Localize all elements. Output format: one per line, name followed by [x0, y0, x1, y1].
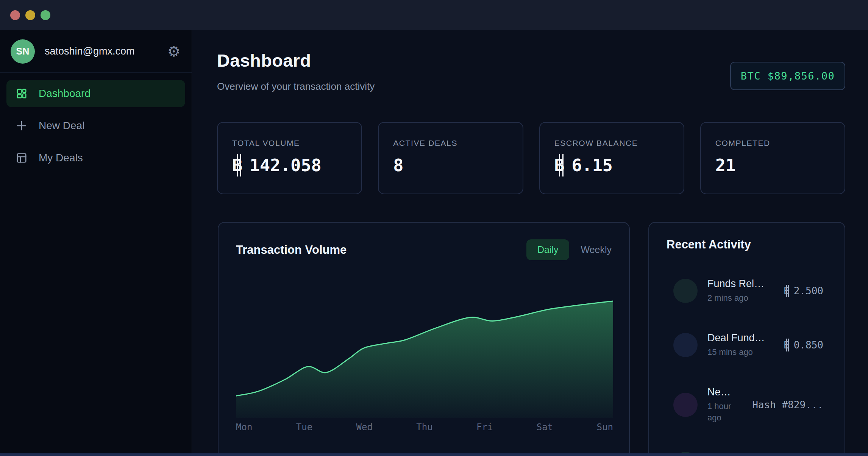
weekly-toggle[interactable]: Weekly — [581, 239, 612, 260]
recent-activity-card: Recent Activity Funds Rel… 2 mins ago B2… — [648, 222, 845, 456]
page-subtitle: Overview of your transaction activity — [217, 81, 375, 92]
activity-avatar — [673, 279, 698, 303]
activity-item-time: 2 mins ago — [707, 292, 774, 304]
x-tick-tue: Tue — [296, 422, 312, 433]
btc-price-text: BTC $89,856.00 — [741, 70, 835, 82]
chart-title: Transaction Volume — [236, 243, 347, 257]
page-title: Dashboard — [217, 50, 311, 71]
x-axis-labels: Mon Tue Wed Thu Fri Sat Sun — [236, 422, 613, 433]
btc-symbol: B — [784, 285, 790, 297]
stat-card-escrow-balance: ESCROW BALANCE B6.15 — [539, 122, 684, 194]
activity-avatar — [673, 333, 698, 357]
btc-symbol: B — [554, 155, 565, 175]
activity-item-title: Ne… — [707, 386, 742, 398]
x-tick-sun: Sun — [597, 422, 613, 433]
stats-row: TOTAL VOLUME B142.058 ACTIVE DEALS 8 ESC… — [217, 122, 845, 194]
layout-panel-icon — [16, 152, 27, 164]
x-tick-sat: Sat — [537, 422, 553, 433]
activity-title: Recent Activity — [667, 238, 751, 251]
x-tick-wed: Wed — [356, 422, 373, 433]
sidebar-nav: Dashboard New Deal My Deals — [0, 73, 192, 184]
activity-avatar — [673, 393, 698, 417]
sidebar: SN satoshin@gmx.com ⚙ Dashboard New Deal — [0, 30, 192, 456]
btc-price-badge: BTC $89,856.00 — [730, 62, 845, 90]
x-tick-fri: Fri — [476, 422, 493, 433]
stat-value: 8 — [393, 155, 508, 175]
btc-symbol: B — [232, 155, 242, 175]
stat-value: B6.15 — [554, 155, 669, 175]
sidebar-item-new-deal[interactable]: New Deal — [6, 112, 185, 139]
gear-icon[interactable]: ⚙ — [167, 44, 180, 59]
sidebar-item-label: Dashboard — [39, 87, 91, 100]
main-content: Dashboard Overview of your transaction a… — [192, 30, 868, 456]
maximize-button[interactable] — [41, 10, 50, 20]
activity-item[interactable]: Funds Rel… 2 mins ago B2.500 — [673, 278, 823, 304]
bottom-edge — [0, 453, 868, 456]
plus-icon — [16, 120, 27, 131]
activity-item[interactable]: Ne… 1 hour ago Hash #829... — [673, 386, 823, 424]
stat-label: ACTIVE DEALS — [393, 139, 508, 148]
avatar-initials: SN — [16, 46, 30, 57]
activity-item-time: 1 hour ago — [707, 401, 742, 424]
close-button[interactable] — [10, 10, 20, 20]
app-window: SN satoshin@gmx.com ⚙ Dashboard New Deal — [0, 0, 868, 456]
daily-toggle[interactable]: Daily — [526, 239, 570, 260]
activity-item-time: 15 mins ago — [707, 347, 774, 358]
profile-email: satoshin@gmx.com — [45, 45, 135, 57]
stat-value: 21 — [715, 155, 830, 175]
activity-item-amount: B0.850 — [784, 339, 823, 351]
stat-card-total-volume: TOTAL VOLUME B142.058 — [217, 122, 362, 194]
window-titlebar — [0, 0, 868, 30]
stat-label: ESCROW BALANCE — [554, 139, 669, 148]
activity-item-amount: B2.500 — [784, 285, 823, 297]
stat-card-active-deals: ACTIVE DEALS 8 — [378, 122, 523, 194]
avatar: SN — [11, 39, 35, 64]
dashboard-grid-icon — [16, 88, 27, 99]
stat-label: TOTAL VOLUME — [232, 139, 347, 148]
activity-item-title: Funds Rel… — [707, 278, 774, 290]
activity-item-title: Deal Fund… — [707, 332, 774, 344]
activity-item[interactable]: Deal Fund… 15 mins ago B0.850 — [673, 332, 823, 358]
activity-list: Funds Rel… 2 mins ago B2.500 Deal Fund… … — [673, 278, 823, 456]
btc-symbol: B — [784, 339, 790, 351]
chart-header: Transaction Volume Daily Weekly — [236, 239, 612, 260]
x-tick-mon: Mon — [236, 422, 252, 433]
transaction-volume-card: Transaction Volume Daily Weekly Mon — [218, 222, 630, 456]
sidebar-item-dashboard[interactable]: Dashboard — [6, 80, 185, 107]
sidebar-item-my-deals[interactable]: My Deals — [6, 144, 185, 172]
area-chart — [236, 288, 613, 418]
chart-range-toggle: Daily Weekly — [526, 239, 612, 260]
stat-value: B142.058 — [232, 155, 347, 175]
sidebar-item-label: New Deal — [39, 120, 84, 132]
x-tick-thu: Thu — [416, 422, 432, 433]
activity-item-hash: Hash #829... — [752, 399, 823, 411]
chart-area-fill — [236, 301, 613, 418]
profile-row: SN satoshin@gmx.com ⚙ — [0, 30, 192, 73]
stat-label: COMPLETED — [715, 139, 830, 148]
sidebar-item-label: My Deals — [39, 152, 83, 164]
stat-card-completed: COMPLETED 21 — [700, 122, 845, 194]
minimize-button[interactable] — [25, 10, 35, 20]
